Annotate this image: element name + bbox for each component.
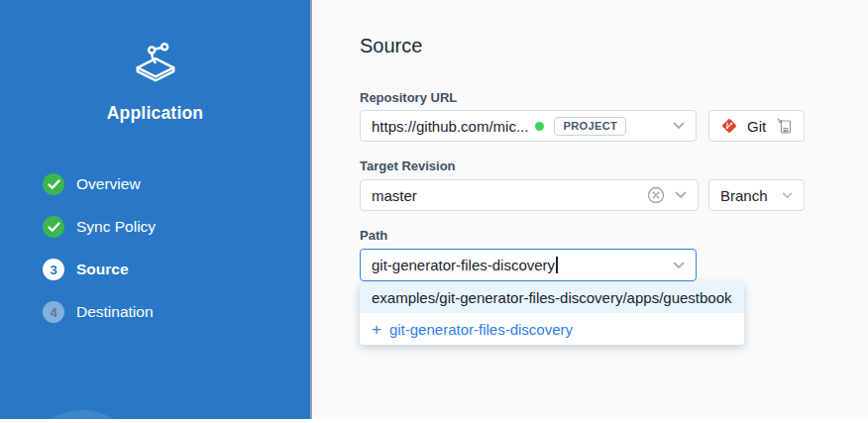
application-icon [0, 41, 310, 86]
application-wizard: Application Overview Sync Policy 3 Sourc… [0, 0, 868, 423]
repo-type-selector[interactable]: Git [708, 110, 805, 142]
check-icon [43, 216, 64, 238]
path-option-add-new[interactable]: + git-generator-files-discovery [360, 313, 744, 345]
step-number-badge: 3 [43, 259, 64, 280]
revision-type-selector[interactable]: Branch [708, 179, 805, 211]
step-number-badge: 4 [43, 301, 64, 323]
repo-type-value: Git [747, 118, 766, 135]
chevron-down-icon[interactable] [675, 191, 687, 199]
wizard-steps: Overview Sync Policy 3 Source 4 Destinat… [43, 173, 156, 323]
chevron-down-icon[interactable] [673, 122, 685, 130]
sidebar-title: Application [0, 103, 310, 124]
target-revision-value: master [372, 187, 417, 204]
repository-url-input[interactable]: https://github.com/mic... PROJECT [360, 110, 697, 142]
decorative-circle [22, 410, 143, 419]
path-option-guestbook[interactable]: examples/git-generator-files-discovery/a… [360, 282, 744, 313]
step-source[interactable]: 3 Source [43, 259, 156, 280]
wizard-sidebar: Application Overview Sync Policy 3 Sourc… [0, 0, 312, 419]
page-bottom-edge [0, 419, 868, 423]
step-label: Overview [76, 175, 141, 193]
step-label: Destination [76, 303, 154, 321]
revision-type-value: Branch [720, 187, 768, 204]
step-label: Source [76, 261, 129, 278]
step-overview[interactable]: Overview [43, 173, 156, 195]
plus-icon: + [372, 321, 381, 338]
repo-connected-status-dot [535, 122, 544, 131]
check-icon [43, 173, 64, 195]
target-revision-input[interactable]: master [360, 179, 699, 211]
step-destination[interactable]: 4 Destination [43, 301, 156, 323]
git-logo-icon [720, 117, 738, 135]
project-badge: PROJECT [554, 117, 626, 136]
repository-url-value: https://github.com/mic... [372, 118, 528, 135]
step-label: Sync Policy [76, 218, 156, 236]
clear-field-icon[interactable] [647, 186, 665, 204]
repo-docs-icon[interactable] [777, 118, 793, 135]
repository-url-label: Repository URL [360, 90, 457, 105]
chevron-down-icon[interactable] [673, 262, 685, 269]
page-title: Source [360, 35, 422, 57]
path-autocomplete-dropdown: examples/git-generator-files-discovery/a… [360, 282, 744, 345]
path-value: git-generator-files-discovery [372, 257, 555, 273]
chevron-down-icon[interactable] [782, 192, 793, 199]
add-new-path-label: git-generator-files-discovery [389, 321, 573, 338]
target-revision-label: Target Revision [360, 159, 456, 173]
step-sync-policy[interactable]: Sync Policy [43, 216, 156, 238]
path-label: Path [360, 228, 387, 243]
text-cursor [556, 257, 558, 273]
path-input[interactable]: git-generator-files-discovery [360, 249, 697, 281]
